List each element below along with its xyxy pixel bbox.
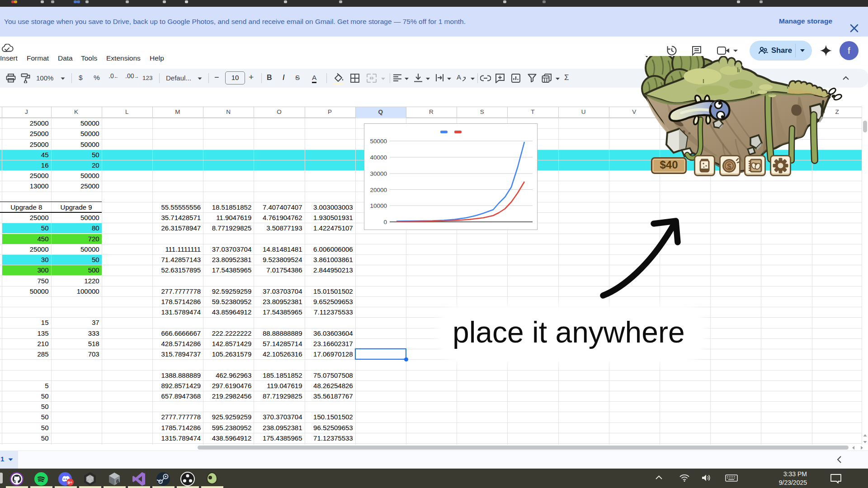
svg-text:$: $ <box>727 162 731 171</box>
svg-text:A: A <box>457 73 461 81</box>
svg-text:40000: 40000 <box>370 154 387 161</box>
svg-text:0: 0 <box>383 219 387 225</box>
svg-text:9+: 9+ <box>68 480 73 485</box>
svg-text:30000: 30000 <box>370 170 387 177</box>
svg-text:6: 6 <box>116 479 119 485</box>
svg-text:20000: 20000 <box>370 187 387 193</box>
svg-text:50000: 50000 <box>370 138 387 145</box>
svg-text:10000: 10000 <box>370 202 387 209</box>
